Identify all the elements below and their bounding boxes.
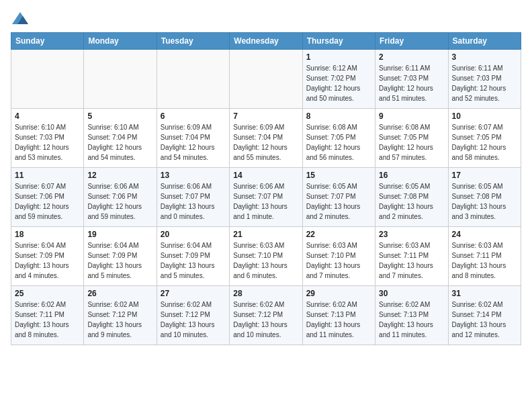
calendar-cell: 22Sunrise: 6:03 AM Sunset: 7:10 PM Dayli…: [302, 227, 375, 286]
day-info: Sunrise: 6:04 AM Sunset: 7:09 PM Dayligh…: [15, 240, 80, 281]
day-info: Sunrise: 6:07 AM Sunset: 7:05 PM Dayligh…: [452, 122, 517, 163]
day-info: Sunrise: 6:05 AM Sunset: 7:08 PM Dayligh…: [379, 181, 444, 222]
calendar-cell: 17Sunrise: 6:05 AM Sunset: 7:08 PM Dayli…: [448, 168, 521, 227]
day-number: 3: [452, 52, 517, 62]
calendar-cell: 9Sunrise: 6:08 AM Sunset: 7:05 PM Daylig…: [375, 109, 448, 168]
logo: [11, 11, 32, 27]
calendar-cell: 1Sunrise: 6:12 AM Sunset: 7:02 PM Daylig…: [302, 50, 375, 109]
weekday-header-wednesday: Wednesday: [230, 33, 302, 50]
day-number: 9: [379, 111, 444, 121]
calendar-cell: 25Sunrise: 6:02 AM Sunset: 7:11 PM Dayli…: [11, 286, 84, 345]
day-info: Sunrise: 6:05 AM Sunset: 7:08 PM Dayligh…: [452, 181, 517, 222]
day-number: 28: [233, 289, 298, 298]
day-number: 12: [87, 171, 152, 180]
calendar-cell: 19Sunrise: 6:04 AM Sunset: 7:09 PM Dayli…: [84, 227, 157, 286]
calendar-week-row: 25Sunrise: 6:02 AM Sunset: 7:11 PM Dayli…: [11, 286, 521, 345]
weekday-header-tuesday: Tuesday: [157, 33, 229, 50]
day-info: Sunrise: 6:06 AM Sunset: 7:07 PM Dayligh…: [233, 181, 298, 222]
day-info: Sunrise: 6:03 AM Sunset: 7:10 PM Dayligh…: [233, 240, 298, 281]
generalblue-logo-icon: [11, 11, 30, 27]
day-info: Sunrise: 6:02 AM Sunset: 7:11 PM Dayligh…: [15, 300, 80, 340]
calendar-cell: 31Sunrise: 6:02 AM Sunset: 7:14 PM Dayli…: [448, 286, 521, 345]
day-info: Sunrise: 6:08 AM Sunset: 7:05 PM Dayligh…: [306, 122, 371, 163]
calendar-cell: 8Sunrise: 6:08 AM Sunset: 7:05 PM Daylig…: [302, 109, 375, 168]
day-number: 13: [161, 171, 226, 180]
calendar-cell: 15Sunrise: 6:05 AM Sunset: 7:07 PM Dayli…: [302, 168, 375, 227]
day-info: Sunrise: 6:10 AM Sunset: 7:04 PM Dayligh…: [87, 122, 152, 163]
day-number: 15: [306, 171, 371, 180]
calendar-cell: 2Sunrise: 6:11 AM Sunset: 7:03 PM Daylig…: [375, 50, 448, 109]
calendar-week-row: 18Sunrise: 6:04 AM Sunset: 7:09 PM Dayli…: [11, 227, 521, 286]
day-number: 1: [306, 52, 371, 62]
day-info: Sunrise: 6:08 AM Sunset: 7:05 PM Dayligh…: [379, 122, 444, 163]
day-info: Sunrise: 6:02 AM Sunset: 7:12 PM Dayligh…: [233, 300, 298, 340]
calendar-table: SundayMondayTuesdayWednesdayThursdayFrid…: [11, 32, 521, 345]
calendar-cell: 13Sunrise: 6:06 AM Sunset: 7:07 PM Dayli…: [157, 168, 229, 227]
weekday-header-row: SundayMondayTuesdayWednesdayThursdayFrid…: [11, 33, 521, 50]
day-number: 5: [87, 111, 152, 121]
calendar-cell: [84, 50, 157, 109]
day-number: 2: [379, 52, 444, 62]
day-info: Sunrise: 6:10 AM Sunset: 7:03 PM Dayligh…: [15, 122, 80, 163]
day-number: 6: [161, 111, 226, 121]
calendar-cell: 27Sunrise: 6:02 AM Sunset: 7:12 PM Dayli…: [157, 286, 229, 345]
calendar-cell: [11, 50, 84, 109]
day-number: 11: [15, 171, 80, 180]
day-info: Sunrise: 6:02 AM Sunset: 7:12 PM Dayligh…: [87, 300, 152, 340]
weekday-header-monday: Monday: [84, 33, 157, 50]
day-number: 16: [379, 171, 444, 180]
day-info: Sunrise: 6:09 AM Sunset: 7:04 PM Dayligh…: [233, 122, 298, 163]
calendar-cell: 11Sunrise: 6:07 AM Sunset: 7:06 PM Dayli…: [11, 168, 84, 227]
calendar-cell: [230, 50, 302, 109]
calendar-cell: 23Sunrise: 6:03 AM Sunset: 7:11 PM Dayli…: [375, 227, 448, 286]
day-number: 24: [452, 230, 517, 239]
day-number: 30: [379, 289, 444, 298]
day-info: Sunrise: 6:05 AM Sunset: 7:07 PM Dayligh…: [306, 181, 371, 222]
day-number: 10: [452, 111, 517, 121]
calendar-cell: 10Sunrise: 6:07 AM Sunset: 7:05 PM Dayli…: [448, 109, 521, 168]
day-info: Sunrise: 6:11 AM Sunset: 7:03 PM Dayligh…: [452, 63, 517, 103]
calendar-cell: 12Sunrise: 6:06 AM Sunset: 7:06 PM Dayli…: [84, 168, 157, 227]
calendar-cell: 18Sunrise: 6:04 AM Sunset: 7:09 PM Dayli…: [11, 227, 84, 286]
weekday-header-saturday: Saturday: [448, 33, 521, 50]
calendar-cell: 30Sunrise: 6:02 AM Sunset: 7:13 PM Dayli…: [375, 286, 448, 345]
calendar-cell: 26Sunrise: 6:02 AM Sunset: 7:12 PM Dayli…: [84, 286, 157, 345]
day-info: Sunrise: 6:09 AM Sunset: 7:04 PM Dayligh…: [161, 122, 226, 163]
day-info: Sunrise: 6:07 AM Sunset: 7:06 PM Dayligh…: [15, 181, 80, 222]
day-info: Sunrise: 6:02 AM Sunset: 7:13 PM Dayligh…: [306, 300, 371, 340]
day-info: Sunrise: 6:02 AM Sunset: 7:13 PM Dayligh…: [379, 300, 444, 340]
day-info: Sunrise: 6:12 AM Sunset: 7:02 PM Dayligh…: [306, 63, 371, 103]
day-info: Sunrise: 6:04 AM Sunset: 7:09 PM Dayligh…: [87, 240, 152, 281]
day-number: 29: [306, 289, 371, 298]
calendar-cell: 29Sunrise: 6:02 AM Sunset: 7:13 PM Dayli…: [302, 286, 375, 345]
day-number: 14: [233, 171, 298, 180]
day-info: Sunrise: 6:03 AM Sunset: 7:11 PM Dayligh…: [452, 240, 517, 281]
day-number: 19: [87, 230, 152, 239]
calendar-cell: [157, 50, 229, 109]
day-info: Sunrise: 6:06 AM Sunset: 7:07 PM Dayligh…: [161, 181, 226, 222]
day-number: 21: [233, 230, 298, 239]
calendar-cell: 5Sunrise: 6:10 AM Sunset: 7:04 PM Daylig…: [84, 109, 157, 168]
day-info: Sunrise: 6:02 AM Sunset: 7:14 PM Dayligh…: [452, 300, 517, 340]
day-info: Sunrise: 6:11 AM Sunset: 7:03 PM Dayligh…: [379, 63, 444, 103]
day-number: 4: [15, 111, 80, 121]
day-number: 31: [452, 289, 517, 298]
weekday-header-thursday: Thursday: [302, 33, 375, 50]
day-info: Sunrise: 6:03 AM Sunset: 7:10 PM Dayligh…: [306, 240, 371, 281]
day-number: 8: [306, 111, 371, 121]
day-info: Sunrise: 6:04 AM Sunset: 7:09 PM Dayligh…: [161, 240, 226, 281]
day-info: Sunrise: 6:03 AM Sunset: 7:11 PM Dayligh…: [379, 240, 444, 281]
calendar-cell: 3Sunrise: 6:11 AM Sunset: 7:03 PM Daylig…: [448, 50, 521, 109]
calendar-cell: 6Sunrise: 6:09 AM Sunset: 7:04 PM Daylig…: [157, 109, 229, 168]
day-number: 17: [452, 171, 517, 180]
calendar-cell: 21Sunrise: 6:03 AM Sunset: 7:10 PM Dayli…: [230, 227, 302, 286]
weekday-header-sunday: Sunday: [11, 33, 84, 50]
calendar-cell: 28Sunrise: 6:02 AM Sunset: 7:12 PM Dayli…: [230, 286, 302, 345]
calendar-week-row: 11Sunrise: 6:07 AM Sunset: 7:06 PM Dayli…: [11, 168, 521, 227]
day-number: 23: [379, 230, 444, 239]
day-number: 26: [87, 289, 152, 298]
day-number: 18: [15, 230, 80, 239]
day-info: Sunrise: 6:06 AM Sunset: 7:06 PM Dayligh…: [87, 181, 152, 222]
calendar-week-row: 4Sunrise: 6:10 AM Sunset: 7:03 PM Daylig…: [11, 109, 521, 168]
day-number: 25: [15, 289, 80, 298]
